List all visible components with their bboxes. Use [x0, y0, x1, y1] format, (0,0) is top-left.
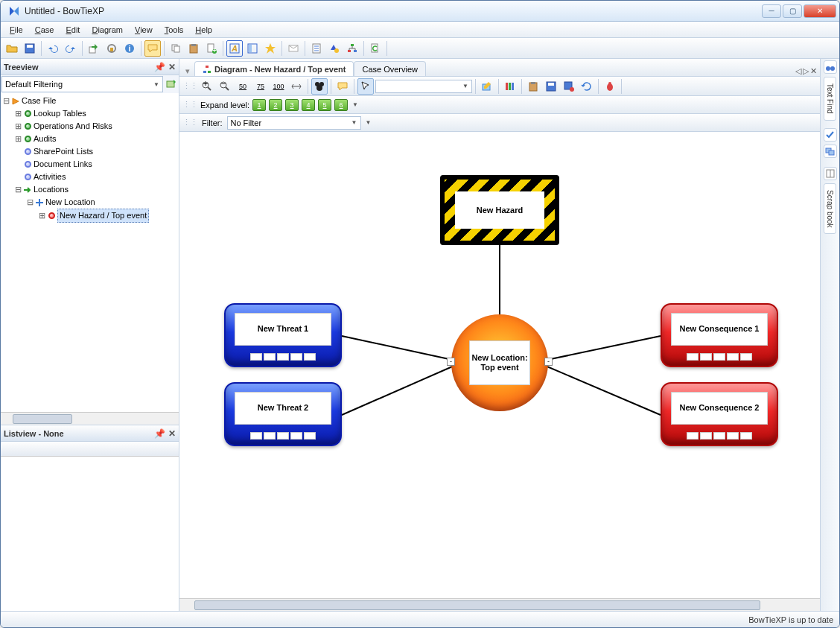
check-icon[interactable] [824, 128, 837, 142]
tree-expand-icon[interactable]: ⊞ [14, 120, 22, 133]
zoom-out-icon[interactable]: − [217, 78, 233, 95]
tab-prev-icon[interactable]: ◁ [795, 66, 801, 76]
close-panel-icon[interactable]: ✕ [168, 428, 176, 439]
zoom-100-button[interactable]: 100 [270, 78, 287, 95]
level-6-button[interactable]: 6 [334, 99, 348, 111]
refresh-icon[interactable] [579, 78, 595, 95]
tree-collapse-icon[interactable]: ⊟ [26, 196, 34, 209]
pin-icon[interactable]: 📌 [154, 428, 165, 439]
tab-overview[interactable]: Case Overview [354, 61, 426, 76]
level-3-button[interactable]: 3 [285, 99, 299, 111]
close-panel-icon[interactable]: ✕ [168, 62, 176, 72]
bug-icon[interactable] [602, 78, 618, 95]
columns-icon[interactable] [502, 78, 518, 95]
tree-lookup[interactable]: Lookup Tables [34, 107, 86, 120]
tree-expand-icon[interactable]: ⊞ [14, 133, 22, 145]
canvas-scrollbar[interactable] [179, 598, 820, 611]
tree-sharepoint[interactable]: SharePoint Lists [34, 145, 93, 158]
listview-column-header[interactable] [1, 442, 179, 457]
tree-scrollbar[interactable] [1, 412, 179, 425]
level-5-button[interactable]: 5 [318, 99, 331, 111]
sidetab-scrapbook[interactable]: Scrap book [824, 183, 836, 235]
collapse-left-icon[interactable]: - [447, 358, 455, 366]
tree-collapse-icon[interactable]: ⊟ [14, 183, 22, 196]
grip-icon[interactable]: ⋮⋮ [182, 118, 197, 127]
profile-combo[interactable]: ▼ [375, 80, 472, 93]
level-4-button[interactable]: 4 [302, 99, 315, 111]
zoom-75-button[interactable]: 75 [252, 78, 269, 95]
tree-view[interactable]: ⊟ Case File ⊞Lookup Tables ⊞Operations A… [1, 93, 179, 412]
binoculars-icon[interactable] [824, 60, 837, 74]
menu-file[interactable]: File [4, 24, 29, 36]
maximize-button[interactable]: ▢ [783, 4, 802, 18]
tree-operations[interactable]: Operations And Risks [34, 120, 112, 133]
consequence-1-node[interactable]: New Consequence 1 [661, 303, 778, 367]
tree-newlocation[interactable]: New Location [45, 196, 95, 209]
tree-activities[interactable]: Activities [34, 171, 66, 183]
windows-icon[interactable] [824, 145, 837, 158]
comment2-icon[interactable] [334, 78, 351, 95]
topevent-node[interactable]: New Location: Top event - - [451, 314, 548, 411]
menu-diagram[interactable]: Diagram [86, 24, 129, 36]
filter-refresh-icon[interactable] [164, 76, 179, 92]
paste-icon[interactable] [185, 40, 202, 57]
editlayout-icon[interactable] [479, 78, 495, 95]
threat-2-node[interactable]: New Threat 2 [224, 382, 342, 446]
tab-menu-icon[interactable]: ▾ [182, 66, 193, 76]
star-icon[interactable] [262, 40, 279, 57]
savedel-icon[interactable] [561, 78, 577, 95]
pagerefresh-icon[interactable] [367, 40, 384, 57]
tree-doclinks[interactable]: Document Links [34, 158, 92, 171]
tab-close-icon[interactable]: ✕ [810, 66, 817, 76]
mail-icon[interactable] [285, 40, 302, 57]
orgchart-icon[interactable] [344, 40, 360, 57]
save2-icon[interactable] [543, 78, 559, 95]
tab-next-icon[interactable]: ▷ [803, 66, 809, 76]
export-icon[interactable] [86, 40, 102, 57]
shapes-icon[interactable] [326, 40, 343, 57]
mickey-icon[interactable] [311, 78, 328, 95]
tree-expand-icon[interactable]: ⊞ [38, 209, 45, 222]
sidetab-textfind[interactable]: Text Find [824, 77, 836, 121]
report-icon[interactable] [308, 40, 325, 57]
zoom-50-button[interactable]: 50 [235, 78, 251, 95]
menu-case[interactable]: Case [29, 24, 60, 36]
fit-width-icon[interactable] [288, 78, 305, 95]
diagram-canvas[interactable]: New Hazard New Location: Top event - - N… [179, 132, 820, 598]
open-icon[interactable] [4, 40, 20, 57]
filter-dropdown[interactable]: No Filter ▼ [227, 116, 361, 130]
book-icon[interactable] [824, 167, 837, 180]
tab-diagram[interactable]: Diagram - New Hazard / Top event [194, 61, 354, 76]
hazard-node[interactable]: New Hazard [440, 175, 559, 245]
level-1-button[interactable]: 1 [252, 99, 266, 111]
copy-icon[interactable] [168, 40, 184, 57]
filter-more-icon[interactable]: ▼ [366, 119, 372, 126]
menu-tools[interactable]: Tools [159, 24, 190, 36]
close-button[interactable]: ✕ [804, 4, 836, 18]
menu-help[interactable]: Help [189, 24, 218, 36]
threat-1-node[interactable]: New Threat 1 [224, 303, 342, 367]
tree-root[interactable]: Case File [22, 95, 56, 107]
level-2-button[interactable]: 2 [269, 99, 282, 111]
tree-collapse-icon[interactable]: ⊟ [2, 95, 10, 107]
filter-combo[interactable]: Default Filtering ▼ [1, 76, 163, 92]
consequence-2-node[interactable]: New Consequence 2 [661, 382, 778, 446]
save-icon[interactable] [22, 40, 38, 57]
pin-icon[interactable]: 📌 [154, 62, 165, 72]
layout-icon[interactable] [244, 40, 261, 57]
collapse-right-icon[interactable]: - [544, 358, 553, 366]
info-icon[interactable]: i [121, 40, 138, 57]
tree-expand-icon[interactable]: ⊞ [14, 107, 22, 120]
zoom-in-icon[interactable]: + [199, 78, 215, 95]
redo-icon[interactable] [63, 40, 79, 57]
lock-icon[interactable] [104, 40, 120, 57]
menu-edit[interactable]: Edit [60, 24, 86, 36]
undo-icon[interactable] [45, 40, 61, 57]
tree-hazard-selected[interactable]: New Hazard / Top event [57, 209, 149, 223]
minimize-button[interactable]: ─ [762, 4, 781, 18]
comment-icon[interactable] [144, 40, 161, 57]
paste2-icon[interactable] [525, 78, 541, 95]
textframe-icon[interactable]: A [226, 40, 243, 57]
menu-view[interactable]: View [129, 24, 159, 36]
tree-locations[interactable]: Locations [34, 183, 69, 196]
